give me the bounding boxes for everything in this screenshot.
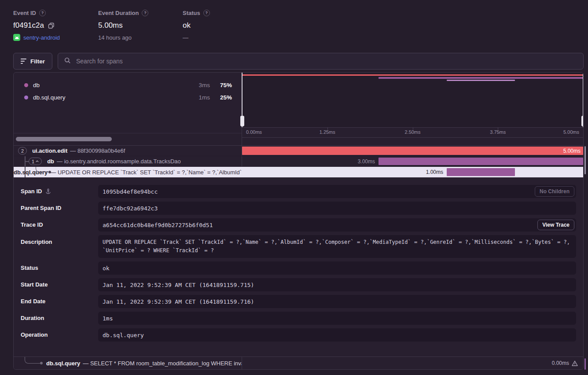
parent-span-id-label: Parent Span ID (21, 205, 61, 211)
span-description: — UPDATE OR REPLACE `Track` SET `TrackId… (50, 169, 242, 176)
end-date-field: Jan 11, 2022 9:52:39 AM CET (1641891159.… (98, 295, 576, 308)
description-field: UPDATE OR REPLACE `Track` SET `TrackId` … (98, 235, 576, 258)
trace-minimap[interactable] (242, 73, 583, 127)
legend-duration: 3ms (188, 82, 210, 88)
description-value: UPDATE OR REPLACE `Track` SET `TrackId` … (103, 238, 572, 255)
operations-breakdown: db 3ms 75% db.sql.query 1ms 25% (14, 73, 583, 146)
span-row-db-sql-query-selected[interactable]: db.sql.query — UPDATE OR REPLACE `Track`… (14, 167, 583, 177)
span-row-db-sql-query-select[interactable]: db.sql.query — SELECT * FROM room_table_… (14, 357, 583, 369)
filter-icon (21, 59, 26, 64)
status-field: ok (98, 261, 576, 275)
event-duration-section: Event Duration ? 5.00ms 14 hours ago (98, 10, 148, 41)
trace-id-label: Trace ID (21, 221, 43, 228)
event-id-label: Event ID (13, 10, 36, 16)
copy-icon[interactable] (48, 22, 55, 29)
span-duration-label: 1.00ms (426, 167, 443, 177)
tree-connector (25, 357, 40, 364)
children-count-badge[interactable]: 1 (29, 158, 42, 165)
span-op: db (47, 158, 54, 165)
horizontal-scrollbar-thumb[interactable] (16, 137, 112, 141)
search-icon (64, 57, 71, 66)
event-id-value: f0491c2a (13, 21, 44, 30)
span-duration-label: 3.00ms (358, 156, 375, 166)
span-duration-bar[interactable]: 5.00ms (242, 147, 583, 155)
end-date-label: End Date (21, 298, 45, 305)
span-duration-bar[interactable] (447, 168, 515, 176)
tree-connector-dot (48, 171, 51, 173)
start-date-value: Jan 11, 2022 9:52:39 AM CET (1641891159.… (103, 282, 254, 288)
duration-field-label: Duration (21, 315, 44, 321)
span-duration-bar[interactable] (379, 158, 583, 165)
warning-icon (572, 360, 578, 366)
no-children-button[interactable]: No Children (535, 186, 574, 197)
trace-panel: db 3ms 75% db.sql.query 1ms 25% (13, 72, 584, 370)
span-color-dot (24, 96, 28, 99)
span-id-field: 1095bd4ef8e94bcc No Children (98, 185, 576, 198)
status-field-value: ok (103, 265, 110, 272)
span-description: — SELECT * FROM room_table_modification_… (83, 360, 242, 367)
toolbar: Filter (13, 53, 584, 70)
legend-item-db[interactable]: db 3ms 75% (14, 79, 242, 91)
filter-button[interactable]: Filter (13, 53, 52, 70)
legend-item-db-sql-query[interactable]: db.sql.query 1ms 25% (14, 91, 242, 103)
help-icon[interactable]: ? (203, 10, 210, 16)
event-id-section: Event ID ? f0491c2a sentry-android (13, 10, 60, 41)
vertical-scrollbar-thumb[interactable] (584, 358, 586, 370)
legend-op: db (33, 82, 188, 88)
duration-field: 1ms (98, 312, 576, 325)
chevron-up-icon (36, 160, 39, 162)
span-duration-label: 0.00ms (552, 360, 569, 366)
span-row-db[interactable]: 1 db — io.sentry.android.roomsample.data… (14, 156, 583, 167)
axis-tick-label: 0.00ms (246, 129, 262, 135)
axis-tick-label: 5.00ms (563, 129, 579, 135)
span-row-ui-action-edit[interactable]: 2 ui.action.edit — 88f300998a0b4e6f 5.00… (14, 146, 583, 156)
status-field-label: Status (21, 265, 38, 271)
tree-connector (36, 167, 49, 172)
status-sub: — (183, 34, 210, 41)
anchor-icon[interactable] (45, 188, 51, 194)
minimap-column: 0.00ms 1.25ms 2.50ms 3.75ms 5.00ms (242, 73, 583, 145)
minimap-span (242, 74, 583, 76)
tree-guide-line (25, 167, 26, 177)
operation-value: db.sql.query (103, 332, 144, 338)
span-duration-label: 5.00ms (563, 147, 581, 155)
axis-tick-label: 1.25ms (320, 129, 335, 135)
time-axis: 0.00ms 1.25ms 2.50ms 3.75ms 5.00ms (242, 127, 583, 138)
status-label: Status (183, 10, 200, 16)
operations-legend: db 3ms 75% db.sql.query 1ms 25% (14, 73, 242, 145)
minimap-span (447, 80, 515, 81)
span-description: — 88f300998a0b4e6f (70, 147, 125, 154)
view-trace-button[interactable]: View Trace (537, 220, 574, 230)
start-date-field: Jan 11, 2022 9:52:39 AM CET (1641891159.… (98, 278, 576, 291)
span-search[interactable] (58, 53, 584, 70)
span-description: — io.sentry.android.roomsample.data.Trac… (57, 158, 181, 165)
search-input[interactable] (75, 57, 577, 65)
android-icon (13, 34, 20, 41)
trace-event-view: Event ID ? f0491c2a sentry-android (0, 0, 588, 375)
span-color-dot (24, 83, 28, 87)
start-date-label: Start Date (21, 281, 48, 288)
minimap-left-handle[interactable] (241, 73, 243, 127)
duration-field-value: 1ms (103, 315, 113, 322)
help-icon[interactable]: ? (142, 10, 148, 16)
status-section: Status ? ok — (183, 10, 210, 41)
span-id-label: Span ID (21, 188, 51, 195)
parent-span-id-value: ffe7dbc92a6942c3 (103, 205, 158, 212)
vertical-scrollbar-thumb[interactable] (584, 146, 586, 174)
project-name: sentry-android (23, 34, 60, 41)
help-icon[interactable]: ? (39, 10, 46, 16)
axis-tick-label: 2.50ms (404, 129, 420, 135)
tree-connector-dot (40, 362, 43, 364)
project-link[interactable]: sentry-android (13, 34, 60, 41)
minimap-right-handle[interactable] (582, 73, 584, 127)
axis-tick-label: 3.75ms (490, 129, 506, 135)
legend-scrollbar (14, 133, 242, 145)
status-value: ok (183, 21, 191, 30)
end-date-value: Jan 11, 2022 9:52:39 AM CET (1641891159.… (103, 298, 254, 305)
parent-span-id-field: ffe7dbc92a6942c3 (98, 202, 576, 215)
children-count-badge[interactable]: 2 (18, 147, 27, 154)
operation-label: Operation (21, 331, 48, 338)
operation-field: db.sql.query (98, 328, 576, 342)
span-op: ui.action.edit (32, 147, 67, 154)
legend-duration: 1ms (188, 94, 210, 101)
